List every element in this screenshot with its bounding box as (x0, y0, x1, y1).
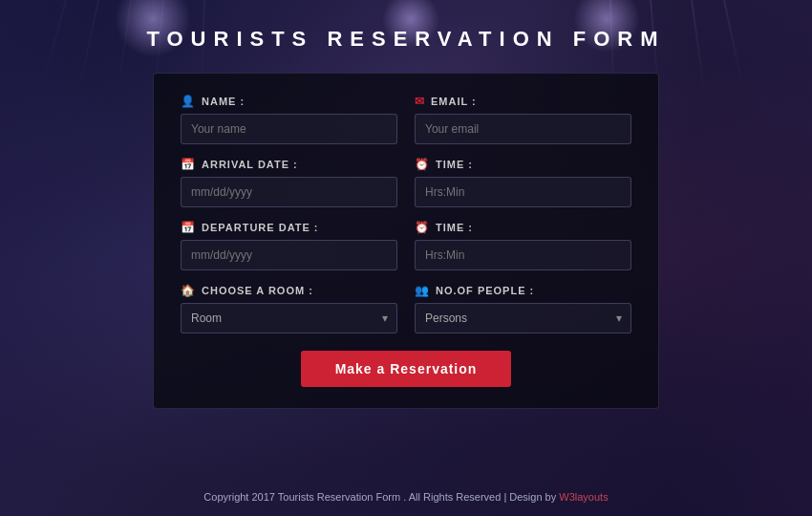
reserve-button[interactable]: Make a Reservation (301, 351, 512, 387)
arrival-time-group: ⏰ TIME : (415, 158, 631, 207)
page-title: TOURISTS RESERVATION FORM (146, 27, 665, 52)
clock-icon: ⏰ (415, 158, 430, 171)
room-select[interactable]: Room Single Double Suite Deluxe (181, 303, 397, 333)
arrival-date-group: 📅 ARRIVAL DATE : (181, 158, 397, 207)
footer-link[interactable]: W3layouts (559, 491, 608, 503)
arrival-date-input[interactable] (181, 177, 397, 207)
departure-time-label: ⏰ TIME : (415, 221, 631, 234)
email-icon: ✉ (415, 95, 425, 108)
row-room-people: 🏠 CHOOSE A ROOM : Room Single Double Sui… (181, 284, 631, 333)
email-input[interactable] (415, 114, 631, 144)
room-group: 🏠 CHOOSE A ROOM : Room Single Double Sui… (181, 284, 397, 333)
room-label: 🏠 CHOOSE A ROOM : (181, 284, 397, 297)
people-select[interactable]: Persons 1 2 3 4 5 6+ (415, 303, 631, 333)
people-icon: 👥 (415, 284, 430, 297)
email-label: ✉ EMAIL : (415, 95, 631, 108)
departure-time-group: ⏰ TIME : (415, 221, 631, 270)
row-departure: 📅 DEPARTURE DATE : ⏰ TIME : (181, 221, 631, 270)
room-select-wrapper: Room Single Double Suite Deluxe (181, 303, 397, 333)
people-label: 👥 NO.OF PEOPLE : (415, 284, 631, 297)
clock2-icon: ⏰ (415, 221, 430, 234)
people-select-wrapper: Persons 1 2 3 4 5 6+ (415, 303, 631, 333)
departure-date-input[interactable] (181, 240, 397, 270)
reservation-form: 👤 NAME : ✉ EMAIL : 📅 ARRIVAL DATE : (153, 73, 659, 409)
arrival-time-input[interactable] (415, 177, 631, 207)
footer: Copyright 2017 Tourists Reservation Form… (0, 491, 812, 503)
name-group: 👤 NAME : (181, 95, 397, 144)
people-group: 👥 NO.OF PEOPLE : Persons 1 2 3 4 5 6+ (415, 284, 631, 333)
user-icon: 👤 (181, 95, 196, 108)
departure-date-label: 📅 DEPARTURE DATE : (181, 221, 397, 234)
calendar-icon: 📅 (181, 158, 196, 171)
departure-date-group: 📅 DEPARTURE DATE : (181, 221, 397, 270)
calendar2-icon: 📅 (181, 221, 196, 234)
home-icon: 🏠 (181, 284, 196, 297)
departure-time-input[interactable] (415, 240, 631, 270)
arrival-date-label: 📅 ARRIVAL DATE : (181, 158, 397, 171)
email-group: ✉ EMAIL : (415, 95, 631, 144)
arrival-time-label: ⏰ TIME : (415, 158, 631, 171)
name-input[interactable] (181, 114, 397, 144)
row-arrival: 📅 ARRIVAL DATE : ⏰ TIME : (181, 158, 631, 207)
name-label: 👤 NAME : (181, 95, 397, 108)
row-name-email: 👤 NAME : ✉ EMAIL : (181, 95, 631, 144)
footer-text: Copyright 2017 Tourists Reservation Form… (203, 491, 559, 503)
